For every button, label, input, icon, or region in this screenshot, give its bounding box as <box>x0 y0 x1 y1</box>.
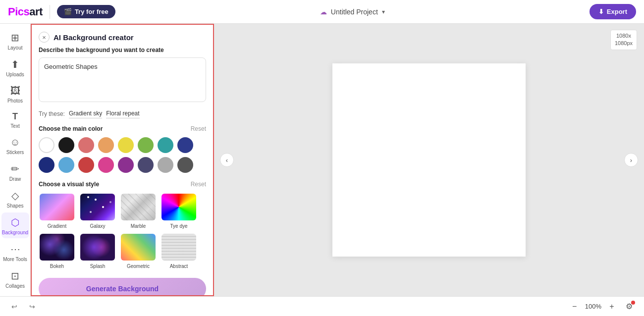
style-thumb-gradient <box>39 193 75 221</box>
settings-button[interactable]: ⚙ <box>622 300 636 314</box>
sidebar-item-photos[interactable]: 🖼 Photos <box>1 81 29 106</box>
sidebar-item-draw[interactable]: ✏ Draw <box>1 159 29 185</box>
sidebar-item-more-tools[interactable]: ⋯ More Tools <box>1 239 29 265</box>
undo-button[interactable]: ↩ <box>8 300 21 313</box>
panel-body: Describe the background you want to crea… <box>32 47 213 295</box>
style-thumb-abstract <box>161 233 197 262</box>
try-btn-label: Try for free <box>75 8 108 15</box>
color-pink[interactable] <box>98 157 114 173</box>
suggestion-floral-repeat[interactable]: Floral repeat <box>106 109 139 118</box>
color-black[interactable] <box>58 137 74 153</box>
style-gradient[interactable]: Gradient <box>39 193 75 229</box>
style-tye-dye[interactable]: Tye dye <box>161 193 197 229</box>
sidebar-item-templates[interactable]: 📋 Templates <box>1 293 29 296</box>
chevron-down-icon[interactable]: ▾ <box>382 8 385 15</box>
color-purple[interactable] <box>118 157 134 173</box>
color-light-gray[interactable] <box>158 157 173 173</box>
zoom-value: 100% <box>585 303 601 310</box>
style-grid: Gradient Galaxy Marble Tye dye Bokeh <box>39 193 206 269</box>
layout-icon: ⊞ <box>11 32 19 44</box>
color-reset-link[interactable]: Reset <box>191 125 206 132</box>
prompt-textarea[interactable]: Geometric Shapes <box>39 57 206 102</box>
project-title[interactable]: Untitled Project <box>331 8 378 16</box>
topbar-divider <box>50 5 50 19</box>
color-sky[interactable] <box>58 157 74 173</box>
try-for-free-button[interactable]: 🎬 Try for free <box>57 5 115 18</box>
panel-close-button[interactable]: × <box>39 32 50 43</box>
topbar: Picsart 🎬 Try for free ☁ Untitled Projec… <box>0 0 644 24</box>
sidebar: ⊞ Layout ⬆ Uploads 🖼 Photos T Text ☺ Sti… <box>0 24 31 296</box>
style-thumb-marble <box>120 193 157 221</box>
sidebar-item-uploads[interactable]: ⬆ Uploads <box>1 54 29 80</box>
stickers-icon: ☺ <box>10 137 20 148</box>
canvas-area: ‹ › 1080x1080px <box>214 24 644 296</box>
export-button[interactable]: ⬇ Export <box>590 4 636 19</box>
background-icon: ⬡ <box>11 216 19 228</box>
topbar-right: ⬇ Export <box>590 4 636 19</box>
canvas[interactable] <box>332 63 526 257</box>
color-navy[interactable] <box>39 157 54 173</box>
canvas-nav-right-button[interactable]: › <box>624 153 638 167</box>
topbar-center: ☁ Untitled Project ▾ <box>320 8 385 16</box>
style-abstract[interactable]: Abstract <box>161 233 197 269</box>
suggestion-gradient-sky[interactable]: Gradient sky <box>69 109 102 118</box>
style-marble[interactable]: Marble <box>120 193 157 229</box>
style-reset-link[interactable]: Reset <box>191 181 206 188</box>
sidebar-item-label: Collages <box>5 283 25 289</box>
style-name-abstract: Abstract <box>170 263 188 269</box>
color-section-header: Choose the main color Reset <box>39 125 206 132</box>
style-section-label: Choose a visual style <box>39 181 99 188</box>
style-name-galaxy: Galaxy <box>90 223 105 229</box>
collages-icon: ⊡ <box>11 270 19 282</box>
style-galaxy[interactable]: Galaxy <box>79 193 116 229</box>
generate-background-button[interactable]: Generate Background <box>39 278 206 295</box>
color-yellow[interactable] <box>118 137 134 153</box>
sidebar-item-layout[interactable]: ⊞ Layout <box>1 28 29 53</box>
export-label: Export <box>607 8 627 15</box>
sidebar-item-label: Layout <box>7 45 22 51</box>
logo: Picsart <box>8 5 43 18</box>
canvas-nav-left-button[interactable]: ‹ <box>220 153 234 167</box>
zoom-out-button[interactable]: − <box>568 300 581 313</box>
color-green[interactable] <box>138 137 154 153</box>
color-grid <box>39 137 206 173</box>
sidebar-item-label: Stickers <box>6 150 24 155</box>
style-splash[interactable]: Splash <box>79 233 116 269</box>
style-bokeh[interactable]: Bokeh <box>39 233 75 269</box>
draw-icon: ✏ <box>11 163 19 175</box>
color-dark-purple[interactable] <box>138 157 154 173</box>
style-geometric[interactable]: Geometric <box>120 233 157 269</box>
color-red[interactable] <box>78 157 94 173</box>
sidebar-item-shapes[interactable]: ◇ Shapes <box>1 186 29 211</box>
topbar-left: Picsart 🎬 Try for free <box>8 5 115 19</box>
color-dark-gray[interactable] <box>177 157 193 173</box>
color-dark-blue[interactable] <box>177 137 193 153</box>
zoom-in-button[interactable]: + <box>605 300 618 313</box>
sidebar-item-collages[interactable]: ⊡ Collages <box>1 266 29 292</box>
style-thumb-splash <box>79 233 116 262</box>
sidebar-item-label: More Tools <box>3 257 27 262</box>
cloud-icon: ☁ <box>320 8 327 16</box>
style-name-gradient: Gradient <box>48 223 66 229</box>
text-icon: T <box>12 111 18 122</box>
more-tools-icon: ⋯ <box>10 243 20 255</box>
style-thumb-bokeh <box>39 233 75 262</box>
canvas-size-badge: 1080x1080px <box>610 30 637 50</box>
sidebar-item-label: Text <box>10 123 19 129</box>
shapes-icon: ◇ <box>11 190 19 202</box>
color-salmon[interactable] <box>78 137 94 153</box>
panel-header: × AI Background creator <box>32 25 213 47</box>
style-thumb-tye-dye <box>161 193 197 221</box>
settings-notification-dot <box>631 301 635 305</box>
download-icon: ⬇ <box>598 8 604 15</box>
sidebar-item-text[interactable]: T Text <box>1 107 29 132</box>
color-teal[interactable] <box>158 137 173 153</box>
style-name-bokeh: Bokeh <box>50 263 64 269</box>
sidebar-item-background[interactable]: ⬡ Background <box>1 212 29 238</box>
sidebar-item-stickers[interactable]: ☺ Stickers <box>1 133 29 158</box>
color-section-label: Choose the main color <box>39 125 103 132</box>
upload-icon: ⬆ <box>11 58 19 70</box>
redo-button[interactable]: ↪ <box>26 300 39 313</box>
color-white[interactable] <box>39 137 54 153</box>
color-orange[interactable] <box>98 137 114 153</box>
